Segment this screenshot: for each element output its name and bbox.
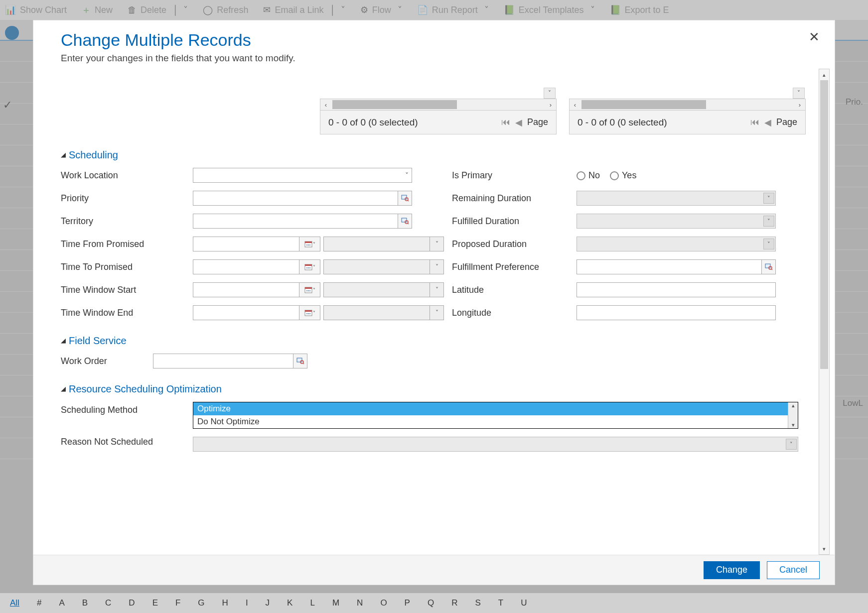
time-input[interactable]: ˅ <box>323 259 444 274</box>
modal-backdrop: Change Multiple Records Enter your chang… <box>0 0 868 613</box>
chevron-down-icon[interactable]: ˅ <box>430 260 443 274</box>
scroll-left-icon[interactable]: ‹ <box>320 101 331 109</box>
lookup-icon[interactable] <box>398 191 412 205</box>
calendar-icon[interactable]: ˅ <box>299 237 320 251</box>
chevron-down-icon[interactable]: ˅ <box>544 88 556 99</box>
svg-rect-20 <box>305 287 312 289</box>
label-territory: Territory <box>61 216 193 227</box>
svg-rect-25 <box>305 310 312 312</box>
chevron-down-icon[interactable]: ˅ <box>763 193 774 204</box>
lookup-icon[interactable] <box>293 354 307 368</box>
label-time-window-end: Time Window End <box>61 308 193 318</box>
svg-point-26 <box>306 313 307 314</box>
label-is-primary: Is Primary <box>452 170 577 181</box>
fulfilled-duration-field[interactable]: ˅ <box>577 214 776 229</box>
scroll-right-icon[interactable]: › <box>794 101 805 109</box>
chevron-down-icon[interactable]: ˅ <box>430 306 443 320</box>
calendar-icon[interactable]: ˅ <box>299 260 320 274</box>
dropdown-option-do-not-optimize[interactable]: Do Not Optimize <box>193 415 798 428</box>
scroll-left-icon[interactable]: ‹ <box>570 101 580 109</box>
first-page-icon[interactable]: ⏮ <box>501 117 510 127</box>
close-icon: ✕ <box>809 29 820 44</box>
change-records-modal: Change Multiple Records Enter your chang… <box>33 20 835 585</box>
lookup-icon[interactable] <box>761 260 775 274</box>
hscrollbar[interactable]: ‹ › <box>320 99 557 111</box>
label-time-to-promised: Time To Promised <box>61 262 193 272</box>
cancel-button[interactable]: Cancel <box>767 561 820 579</box>
chevron-down-icon[interactable]: ˅ <box>763 216 774 227</box>
collapse-icon: ◢ <box>61 151 66 158</box>
dropdown-scrollbar[interactable]: ▴▾ <box>788 402 798 428</box>
longitude-input[interactable] <box>577 305 776 320</box>
priority-lookup[interactable] <box>193 191 412 206</box>
chevron-down-icon[interactable]: ˅ <box>786 439 797 450</box>
time-input[interactable]: ˅ <box>323 282 444 297</box>
date-input[interactable]: ˅ <box>193 237 320 251</box>
latitude-input[interactable] <box>577 282 776 297</box>
svg-rect-3 <box>402 218 407 222</box>
svg-point-27 <box>308 313 309 314</box>
grid-status-bar: 0 - 0 of 0 (0 selected) ⏮ ◀ Page <box>569 111 806 134</box>
chevron-down-icon[interactable]: ˅ <box>430 237 443 251</box>
label-priority: Priority <box>61 193 193 204</box>
territory-lookup[interactable] <box>193 214 412 229</box>
scroll-down-icon[interactable]: ▾ <box>819 543 829 554</box>
svg-rect-0 <box>402 195 407 199</box>
date-input[interactable]: ˅ <box>193 282 320 297</box>
label-reason-not-scheduled: Reason Not Scheduled <box>61 437 193 447</box>
date-input[interactable]: ˅ <box>193 259 320 274</box>
scroll-right-icon[interactable]: › <box>545 101 556 109</box>
lookup-icon[interactable] <box>398 214 412 228</box>
prev-page-icon[interactable]: ◀ <box>515 117 522 128</box>
svg-rect-16 <box>765 264 770 268</box>
svg-point-14 <box>308 267 309 268</box>
label-time-window-start: Time Window Start <box>61 285 193 295</box>
priority-input[interactable] <box>193 191 398 205</box>
hscroll-thumb[interactable] <box>581 100 706 109</box>
subgrid-left: ˅ ‹ › 0 - 0 of 0 (0 selected) ⏮ ◀ Page <box>320 84 557 134</box>
chevron-down-icon[interactable]: ˅ <box>430 283 443 297</box>
reason-not-scheduled-field[interactable]: ˅ <box>193 437 798 452</box>
section-header-field-service[interactable]: ◢ Field Service <box>61 335 820 347</box>
scroll-up-icon[interactable]: ▴ <box>819 69 829 80</box>
scheduling-method-dropdown[interactable]: Optimize Do Not Optimize ▴▾ <box>193 402 798 429</box>
work-order-lookup[interactable] <box>153 354 307 368</box>
work-location-select[interactable]: ˅ <box>193 168 412 183</box>
calendar-icon[interactable]: ˅ <box>299 306 320 320</box>
section-header-scheduling[interactable]: ◢ Scheduling <box>61 149 820 161</box>
modal-scrollbar[interactable]: ▴ ▾ <box>819 69 830 555</box>
time-input[interactable]: ˅ <box>323 237 444 251</box>
page-label: Page <box>527 117 548 127</box>
scrollbar-thumb[interactable] <box>820 80 828 369</box>
radio-no[interactable]: No <box>577 170 600 181</box>
fulfillment-preference-lookup[interactable] <box>577 259 776 274</box>
remaining-duration-field[interactable]: ˅ <box>577 191 776 206</box>
time-input[interactable]: ˅ <box>323 305 444 320</box>
modal-body: ▴ ▾ ˅ ‹ › 0 - 0 of 0 (0 selected) <box>33 69 835 555</box>
chevron-down-icon[interactable]: ˅ <box>763 239 774 249</box>
radio-yes[interactable]: Yes <box>610 170 636 181</box>
dropdown-option-optimize[interactable]: Optimize <box>193 402 798 415</box>
svg-rect-12 <box>305 264 312 266</box>
proposed-duration-field[interactable]: ˅ <box>577 237 776 251</box>
svg-point-15 <box>309 267 310 268</box>
svg-point-13 <box>306 267 307 268</box>
territory-input[interactable] <box>193 214 398 228</box>
prev-page-icon[interactable]: ◀ <box>764 117 771 128</box>
chevron-down-icon[interactable]: ˅ <box>793 88 805 99</box>
time-window-start-field: ˅ ˅ <box>193 282 412 297</box>
section-header-rso[interactable]: ◢ Resource Scheduling Optimization <box>61 383 820 395</box>
work-order-input[interactable] <box>153 354 293 368</box>
close-button[interactable]: ✕ <box>809 29 820 45</box>
section-rso: ◢ Resource Scheduling Optimization Sched… <box>61 383 820 452</box>
collapse-icon: ◢ <box>61 385 66 392</box>
date-input[interactable]: ˅ <box>193 305 320 320</box>
hscrollbar[interactable]: ‹ › <box>569 99 806 111</box>
calendar-icon[interactable]: ˅ <box>299 283 320 297</box>
label-fulfillment-preference: Fulfillment Preference <box>452 262 577 272</box>
hscroll-thumb[interactable] <box>332 100 457 109</box>
modal-header: Change Multiple Records Enter your chang… <box>33 20 835 69</box>
fulfillment-preference-input[interactable] <box>577 260 761 274</box>
change-button[interactable]: Change <box>704 561 760 579</box>
first-page-icon[interactable]: ⏮ <box>750 117 759 127</box>
